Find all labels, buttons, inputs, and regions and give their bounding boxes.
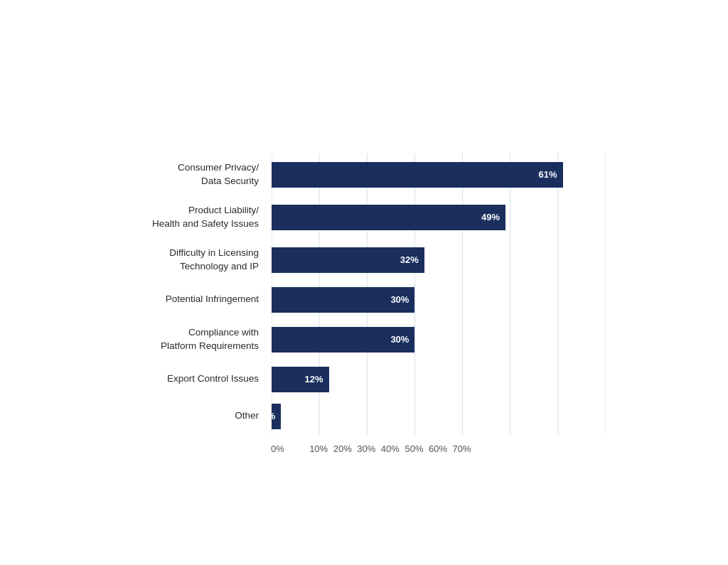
bar-row-6: 2% bbox=[272, 398, 606, 435]
bar-value-1: 49% bbox=[481, 212, 500, 222]
bar-row-4: 30% bbox=[272, 318, 606, 361]
bar-row-2: 32% bbox=[272, 239, 606, 281]
bar-3: 30% bbox=[272, 287, 414, 313]
bar-value-0: 61% bbox=[539, 169, 557, 180]
bar-1: 49% bbox=[272, 205, 505, 230]
bar-5: 12% bbox=[272, 367, 329, 392]
bar-label-3: Potential Infringement bbox=[122, 281, 272, 318]
bar-label-0: Consumer Privacy/Data Security bbox=[122, 154, 272, 196]
bar-value-2: 32% bbox=[400, 254, 419, 265]
bar-value-4: 30% bbox=[390, 334, 409, 345]
bar-label-1: Product Liability/Health and Safety Issu… bbox=[122, 196, 272, 239]
bar-0: 61% bbox=[272, 162, 563, 188]
bar-row-0: 61% bbox=[272, 154, 606, 196]
chart-body: Consumer Privacy/Data SecurityProduct Li… bbox=[122, 154, 606, 454]
x-tick-7: 70% bbox=[438, 443, 486, 454]
bar-label-4: Compliance withPlatform Requirements bbox=[122, 318, 272, 361]
bar-value-3: 30% bbox=[390, 294, 409, 305]
bar-label-5: Export Control Issues bbox=[122, 361, 272, 398]
bar-2: 32% bbox=[272, 247, 424, 273]
bar-4: 30% bbox=[272, 327, 414, 353]
bar-row-3: 30% bbox=[272, 281, 606, 318]
chart-container: Consumer Privacy/Data SecurityProduct Li… bbox=[87, 75, 641, 490]
chart-title bbox=[122, 104, 606, 125]
bar-label-2: Difficulty in LicensingTechnology and IP bbox=[122, 239, 272, 281]
bar-6: 2% bbox=[272, 404, 281, 429]
bar-row-5: 12% bbox=[272, 361, 606, 398]
bar-value-6: 2% bbox=[262, 411, 276, 421]
bar-row-1: 49% bbox=[272, 196, 606, 239]
bar-label-6: Other bbox=[122, 398, 272, 435]
bar-value-5: 12% bbox=[305, 374, 323, 384]
